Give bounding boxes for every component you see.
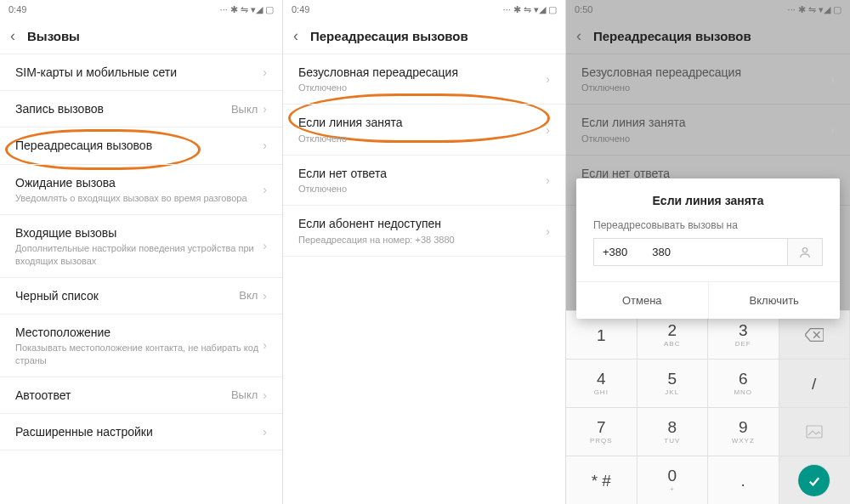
item-subtitle: Уведомлять о входящих вызовах во время р… <box>15 192 263 204</box>
item-subtitle: Переадресация на номер: +38 3880 <box>298 234 546 246</box>
chevron-right-icon: › <box>263 425 267 439</box>
settings-item[interactable]: Если абонент недоступенПереадресация на … <box>283 206 565 256</box>
svg-point-0 <box>802 247 807 252</box>
chevron-right-icon: › <box>546 72 550 86</box>
settings-item[interactable]: Входящие вызовыДополнительные настройки … <box>0 215 282 278</box>
status-bar: 0:49··· ✱ ⇋ ▾◢ ▢ <box>283 0 565 19</box>
settings-item[interactable]: АвтоответВыкл› <box>0 377 282 414</box>
keypad-key-*  #[interactable]: * # <box>566 456 638 504</box>
key-digit: * # <box>592 473 611 489</box>
key-digit: 2 <box>667 322 677 338</box>
item-label: Если линия занята <box>298 115 546 130</box>
key-digit: 4 <box>597 371 606 387</box>
back-icon[interactable]: ‹ <box>10 27 15 45</box>
chevron-right-icon: › <box>263 388 267 402</box>
key-digit: . <box>741 473 745 489</box>
item-label: Входящие вызовы <box>15 225 263 241</box>
screen-title: Переадресация вызовов <box>310 29 468 43</box>
screen-header: ‹Переадресация вызовов <box>283 19 565 54</box>
keypad-key-9[interactable]: 9WXYZ <box>708 407 779 456</box>
item-label: Запись вызовов <box>15 101 231 116</box>
chevron-right-icon: › <box>263 102 267 116</box>
key-digit: 3 <box>739 322 748 338</box>
pick-contact-button[interactable] <box>787 238 823 266</box>
keypad-key-5[interactable]: 5JKL <box>638 359 709 407</box>
item-subtitle: Отключено <box>581 82 830 93</box>
status-icons: ··· ✱ ⇋ ▾◢ ▢ <box>788 4 842 15</box>
key-digit: 6 <box>739 371 748 387</box>
back-icon[interactable]: ‹ <box>576 27 581 45</box>
settings-item[interactable]: Переадресация вызовов› <box>0 127 282 164</box>
settings-item[interactable]: Если линия занятаОтключено› <box>566 105 850 155</box>
item-label: Ожидание вызова <box>15 175 263 190</box>
item-value: Выкл <box>231 388 258 401</box>
backspace-icon <box>805 328 824 342</box>
item-label: Расширенные настройки <box>15 424 263 439</box>
numeric-keypad: 12ABC3DEF4GHI5JKL6MNO/7PRQS8TUV9WXYZ* #0… <box>566 310 850 504</box>
key-digit: 5 <box>667 371 677 387</box>
settings-item[interactable]: Безусловная переадресацияОтключено› <box>283 54 565 105</box>
chevron-right-icon: › <box>263 338 267 352</box>
screen-title: Вызовы <box>27 29 80 43</box>
keypad-key-0[interactable]: 0+ <box>638 456 709 504</box>
status-bar: 0:49··· ✱ ⇋ ▾◢ ▢ <box>0 0 282 19</box>
chevron-right-icon: › <box>263 289 267 303</box>
settings-item[interactable]: Черный списокВкл› <box>0 278 282 314</box>
settings-item[interactable]: Если нет ответаОтключено› <box>283 156 565 206</box>
svg-rect-3 <box>807 426 822 438</box>
settings-item[interactable]: Ожидание вызоваУведомлять о входящих выз… <box>0 165 282 215</box>
item-label: Местоположение <box>15 325 263 340</box>
item-label: Переадресация вызовов <box>15 138 263 153</box>
settings-item[interactable]: МестоположениеПоказывать местоположение … <box>0 314 282 377</box>
status-icons: ··· ✱ ⇋ ▾◢ ▢ <box>220 4 274 15</box>
item-subtitle: Отключено <box>298 183 546 195</box>
settings-item[interactable]: Если линия занятаОтключено› <box>283 105 565 155</box>
key-letters: TUV <box>664 437 680 445</box>
key-digit: 1 <box>597 327 606 343</box>
status-time: 0:49 <box>292 4 309 14</box>
key-letters: DEF <box>735 340 751 348</box>
key-letters: + <box>670 485 675 493</box>
item-label: Если нет ответа <box>298 166 546 181</box>
item-subtitle: Отключено <box>581 133 830 144</box>
screen-header: ‹Переадресация вызовов <box>566 19 850 54</box>
chevron-right-icon: › <box>263 139 267 152</box>
back-icon[interactable]: ‹ <box>293 27 298 45</box>
key-digit: 7 <box>597 419 606 435</box>
keypad-confirm-button[interactable] <box>798 464 830 496</box>
settings-item[interactable]: Расширенные настройки› <box>0 414 282 450</box>
keypad-key-7[interactable]: 7PRQS <box>566 407 638 456</box>
forwarding-dialog: Если линия занята Переадресовывать вызов… <box>576 178 840 319</box>
chevron-right-icon: › <box>263 183 267 196</box>
key-letters: ABC <box>664 340 680 348</box>
item-label: SIM-карты и мобильные сети <box>15 65 263 80</box>
keypad-key-4[interactable]: 4GHI <box>566 359 638 407</box>
screen-header: ‹Вызовы <box>0 19 282 54</box>
item-label: Автоответ <box>15 388 231 403</box>
key-digit: 0 <box>667 467 677 484</box>
key-digit: / <box>812 376 816 392</box>
settings-item[interactable]: Безусловная переадресацияОтключено› <box>566 54 850 105</box>
keypad-key-/[interactable]: / <box>779 359 851 407</box>
item-label: Если абонент недоступен <box>298 216 546 231</box>
settings-item[interactable]: SIM-карты и мобильные сети› <box>0 54 282 91</box>
settings-item[interactable]: Запись вызововВыкл› <box>0 91 282 127</box>
key-letters: GHI <box>594 388 609 396</box>
status-bar: 0:50··· ✱ ⇋ ▾◢ ▢ <box>566 0 850 19</box>
chevron-right-icon: › <box>263 239 267 252</box>
item-label: Безусловная переадресация <box>581 65 830 80</box>
dialog-title: Если линия занята <box>576 178 840 219</box>
forward-number-input[interactable] <box>593 238 787 266</box>
chevron-right-icon: › <box>830 123 835 137</box>
dialog-label: Переадресовывать вызовы на <box>576 219 840 238</box>
cancel-button[interactable]: Отмена <box>576 282 709 319</box>
item-label: Если линия занята <box>581 115 830 130</box>
enable-button[interactable]: Включить <box>709 282 841 319</box>
item-subtitle: Отключено <box>298 133 546 144</box>
keypad-key-.[interactable]: . <box>708 456 779 504</box>
chevron-right-icon: › <box>830 72 835 86</box>
keypad-key-8[interactable]: 8TUV <box>638 407 709 456</box>
status-icons: ··· ✱ ⇋ ▾◢ ▢ <box>503 4 557 15</box>
keypad-key-6[interactable]: 6MNO <box>708 359 779 407</box>
keypad-key-empty[interactable] <box>779 407 851 456</box>
